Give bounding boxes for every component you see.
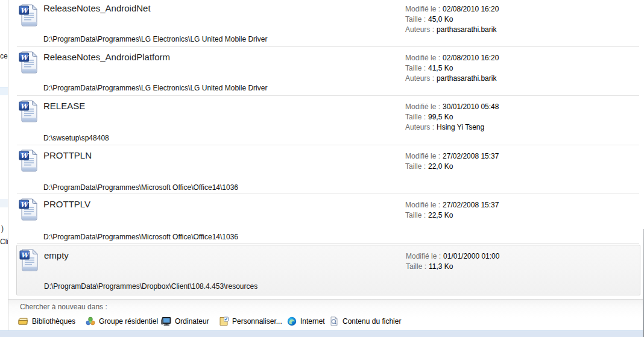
file-row[interactable]: W PROTTPLN Modifié le :27/02/2008 15:37 … (16, 145, 640, 194)
button-label: Contenu du fichier (343, 317, 401, 326)
customize-icon (219, 317, 229, 326)
file-metadata: Modifié le :02/08/2010 16:20 Taille :45,… (405, 4, 640, 35)
word-document-icon: W (19, 51, 39, 75)
file-path: D:\ProgramData\Programmes\LG Electronics… (43, 35, 267, 43)
search-again-internet-button[interactable]: Internet (287, 315, 325, 327)
meta-authors: Auteurs :parthasarathi.barik (405, 74, 640, 84)
file-metadata: Modifié le :30/01/2010 05:48 Taille :99,… (405, 102, 640, 133)
status-bar-strip (0, 330, 644, 337)
meta-size: Taille :99,5 Ko (405, 112, 640, 122)
meta-size: Taille :11,3 Ko (406, 262, 641, 272)
nav-pane-highlight-band (0, 199, 8, 207)
search-again-libraries-button[interactable]: Bibliothèques (18, 315, 75, 327)
file-path: D:\swsetup\sp48408 (43, 134, 109, 142)
button-label: Internet (300, 317, 325, 326)
nav-pane-highlight-band (0, 87, 8, 95)
file-path: D:\ProgramData\Programmes\Microsoft Offi… (43, 233, 238, 241)
homegroup-icon (86, 317, 95, 326)
word-document-icon: W (19, 149, 39, 173)
search-again-homegroup-button[interactable]: Groupe résidentiel (86, 315, 158, 327)
file-metadata: Modifié le :27/02/2008 15:37 Taille :22,… (405, 151, 640, 172)
search-again-customize-button[interactable]: Personnaliser... (219, 315, 282, 327)
libraries-icon (18, 317, 28, 326)
file-name[interactable]: ReleaseNotes_AndroidNet (43, 3, 151, 13)
file-row-highlight: W empty Modifié le :01/01/2000 01:00 Tai… (16, 245, 640, 295)
meta-modified: Modifié le :27/02/2008 15:37 (405, 200, 640, 210)
search-again-label: Chercher à nouveau dans : (20, 303, 107, 311)
file-content-icon (329, 317, 339, 326)
file-name[interactable]: empty (44, 250, 69, 260)
meta-modified: Modifié le :02/08/2010 16:20 (405, 4, 640, 14)
file-path: D:\ProgramData\Programmes\Dropbox\Client… (44, 282, 257, 291)
file-row[interactable]: W RELEASE Modifié le :30/01/2010 05:48 T… (16, 96, 640, 145)
file-row[interactable]: W ReleaseNotes_AndroidNet Modifié le :02… (16, 0, 640, 46)
word-document-icon: W (19, 198, 39, 222)
search-again-file-content-button[interactable]: Contenu du fichier (329, 315, 401, 327)
meta-size: Taille :22,0 Ko (405, 162, 640, 172)
button-label: Bibliothèques (32, 317, 75, 326)
file-row[interactable]: W PROTTPLV Modifié le :27/02/2008 15:37 … (16, 194, 640, 243)
button-label: Ordinateur (175, 317, 209, 326)
internet-icon (287, 317, 297, 326)
meta-modified: Modifié le :27/02/2008 15:37 (405, 151, 640, 162)
file-name[interactable]: PROTTPLV (43, 199, 90, 209)
nav-pane-text-fragment: cer (0, 52, 8, 60)
meta-size: Taille :45,0 Ko (405, 14, 640, 25)
file-name[interactable]: ReleaseNotes_AndroidPlatform (43, 52, 170, 62)
meta-modified: Modifié le :01/01/2000 01:00 (406, 251, 641, 262)
word-document-icon: W (19, 248, 40, 272)
meta-size: Taille :41,5 Ko (405, 63, 640, 74)
word-document-icon: W (19, 4, 39, 28)
button-label: Personnaliser... (232, 317, 282, 326)
explorer-search-results: cer ) Clic W ReleaseNotes_AndroidNet Mod… (0, 0, 644, 337)
nav-pane-text-fragment: Clic (0, 238, 8, 246)
meta-modified: Modifié le :30/01/2010 05:48 (405, 102, 640, 112)
file-row[interactable]: W empty Modifié le :01/01/2000 01:00 Tai… (17, 245, 640, 295)
file-metadata: Modifié le :27/02/2008 15:37 Taille :22,… (405, 200, 640, 221)
file-name[interactable]: RELEASE (43, 101, 85, 111)
file-metadata: Modifié le :01/01/2000 01:00 Taille :11,… (406, 251, 641, 272)
meta-modified: Modifié le :02/08/2010 16:20 (405, 53, 640, 63)
file-path: D:\ProgramData\Programmes\LG Electronics… (43, 84, 267, 92)
button-label: Groupe résidentiel (99, 317, 158, 326)
file-path: D:\ProgramData\Programmes\Microsoft Offi… (43, 183, 238, 192)
meta-size: Taille :22,5 Ko (405, 210, 640, 221)
row-separator (17, 243, 639, 244)
pane-divider[interactable] (8, 0, 8, 337)
search-again-computer-button[interactable]: Ordinateur (161, 315, 209, 327)
meta-authors: Auteurs :parthasarathi.barik (405, 25, 640, 35)
word-document-icon: W (19, 99, 39, 124)
file-row[interactable]: W ReleaseNotes_AndroidPlatform Modifié l… (16, 47, 640, 95)
meta-authors: Auteurs :Hsing Yi Tseng (405, 122, 640, 133)
file-name[interactable]: PROTTPLN (43, 150, 92, 160)
computer-icon (161, 317, 171, 326)
file-metadata: Modifié le :02/08/2010 16:20 Taille :41,… (405, 53, 640, 84)
search-again-bar: Chercher à nouveau dans : Bibliothèques … (8, 300, 644, 330)
